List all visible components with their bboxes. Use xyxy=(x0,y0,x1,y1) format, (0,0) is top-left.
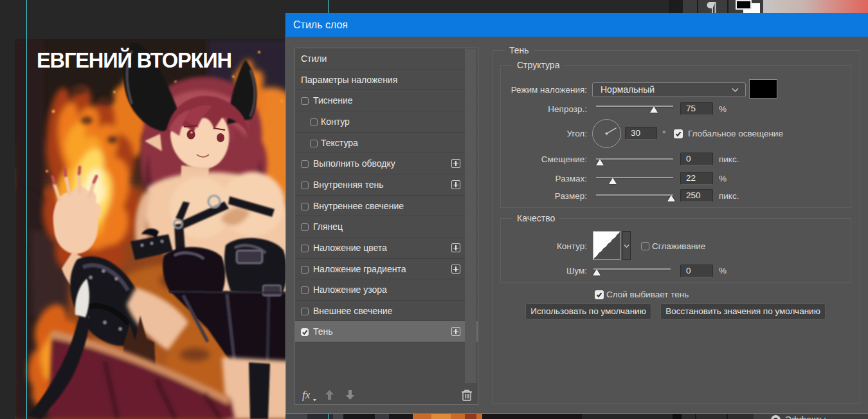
svg-text:fx: fx xyxy=(302,389,311,401)
